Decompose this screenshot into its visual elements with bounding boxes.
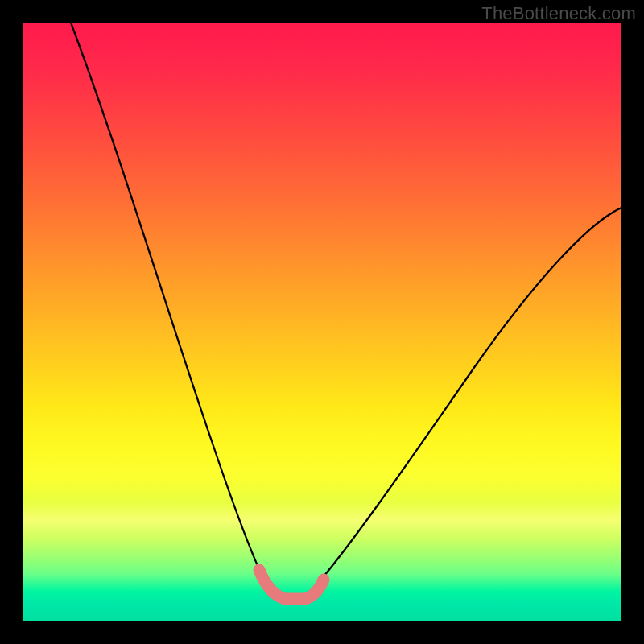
watermark-text: TheBottleneck.com	[481, 3, 636, 24]
curve-right-branch	[314, 208, 621, 588]
bottom-highlight-icon	[259, 570, 324, 599]
curve-left-branch	[71, 23, 269, 586]
chart-frame: TheBottleneck.com	[0, 0, 644, 644]
plot-area	[23, 23, 621, 621]
curve-layer	[23, 23, 621, 621]
